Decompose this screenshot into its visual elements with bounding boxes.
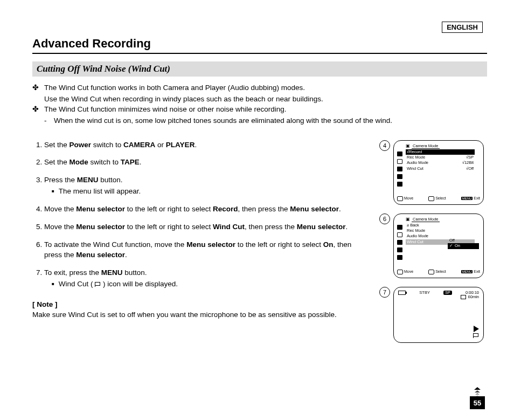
step-7-sub: Wind Cut ( ) icon will be displayed. (52, 279, 370, 290)
menu-value: √SP (466, 155, 474, 160)
menu-item: Rec Mode (407, 155, 466, 160)
check-icon: ✓ (449, 244, 453, 249)
screen-figure-4: ▣Camera Mode √Record Rec Mode√SP Audio M… (393, 140, 484, 205)
menu-value: √12Bit (462, 161, 474, 165)
play-triangle-icon (474, 326, 479, 332)
screen-figure-7: STBY SP 0:00:10 60min (393, 287, 484, 343)
menu-category-icons (397, 152, 402, 187)
intro-block: ✤The Wind Cut function works in both Cam… (32, 83, 487, 126)
intro-text: When the wind cut is on, some low pitche… (54, 116, 392, 126)
footer-label: Move (404, 270, 413, 274)
note-body: Make sure Wind Cut is set to off when yo… (32, 310, 370, 320)
menu-item: Rec Mode (407, 229, 474, 233)
step-3: Press the MENU button. The menu list wil… (44, 175, 370, 197)
step-7: To exit, press the MENU button. Wind Cut… (44, 268, 370, 290)
windcut-flag-icon (473, 333, 479, 338)
page-number: 55 (470, 396, 485, 409)
page-title: Advanced Recording (32, 37, 487, 54)
windcut-flag-icon (95, 282, 101, 287)
move-icon (397, 270, 403, 274)
step-1: Set the Power switch to CAMERA or PLAYER… (44, 140, 370, 150)
menu-value: √Off (466, 167, 474, 171)
section-heading: Cutting Off Wind Noise (Wind Cut) (32, 61, 487, 77)
camera-icon: ▣ (406, 144, 410, 148)
screen-mode-title: Camera Mode (412, 217, 440, 222)
camera-icon: ▣ (406, 217, 410, 222)
step-4: Move the Menu selector to the left or ri… (44, 204, 370, 215)
note-heading: [ Note ] (32, 300, 370, 310)
page-decoration-arrows (470, 387, 485, 396)
step-6: To activate the Wind Cut function, move … (44, 240, 370, 260)
footer-label: Select (435, 196, 446, 201)
footer-label: Exit (474, 196, 480, 201)
intro-text: Use the Wind Cut when recording in windy… (32, 94, 487, 105)
step-2: Set the Mode switch to TAPE. (44, 157, 370, 168)
menu-item: Audio Mode (407, 161, 462, 165)
menu-item: ≥ Back (407, 223, 474, 228)
footer-label: Move (404, 196, 413, 201)
screen-figure-6: ▣Camera Mode ≥ Back Rec Mode Audio Mode … (393, 214, 484, 278)
footer-label: Select (435, 270, 446, 274)
figure-number: 6 (379, 214, 390, 224)
select-icon (428, 196, 434, 201)
intro-text: The Wind Cut function minimizes wind noi… (44, 105, 286, 115)
move-icon (397, 196, 403, 201)
sp-badge: SP (443, 291, 452, 295)
tape-icon (461, 295, 466, 299)
intro-text: The Wind Cut function works in both Came… (44, 83, 305, 93)
figures-column: 4 ▣Camera Mode √Record Rec Mode√SP Audio… (379, 140, 487, 352)
screen-mode-title: Camera Mode (412, 144, 440, 149)
option-off: Off (448, 238, 479, 243)
figure-number: 4 (379, 140, 390, 151)
steps-column: Set the Power switch to CAMERA or PLAYER… (32, 140, 379, 352)
stby-label: STBY (419, 291, 430, 295)
option-on: ✓On (448, 243, 479, 249)
menu-item: Wind Cut (407, 167, 466, 171)
remain-label: 60min (468, 295, 479, 299)
menu-category-icons (397, 225, 402, 260)
figure-number: 7 (379, 287, 390, 298)
step-5: Move the Menu selector to the left or ri… (44, 222, 370, 232)
menu-badge-icon: MENU (461, 270, 473, 274)
footer-label: Exit (474, 270, 480, 274)
select-icon (428, 270, 434, 274)
menu-badge-icon: MENU (461, 197, 473, 201)
language-badge: ENGLISH (442, 22, 483, 33)
battery-icon (398, 291, 406, 295)
step-3-sub: The menu list will appear. (52, 187, 370, 197)
menu-item: √Record (407, 150, 474, 154)
